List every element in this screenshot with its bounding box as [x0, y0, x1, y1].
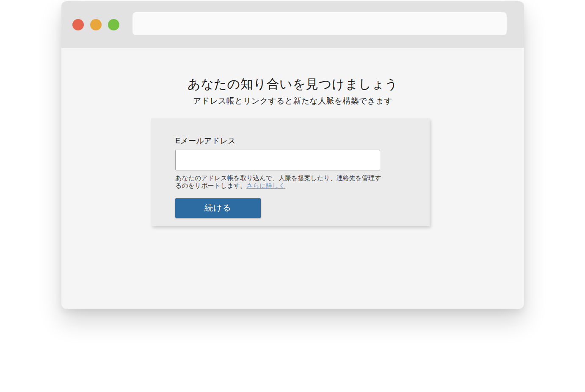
continue-button[interactable]: 続ける [175, 198, 261, 218]
address-bar[interactable] [132, 12, 507, 35]
window-titlebar [61, 1, 524, 48]
email-form-card: Eメールアドレス あなたのアドレス帳を取り込んで、人脈を提案したり、連絡先を管理… [151, 118, 430, 226]
page-title: あなたの知り合いを見つけましょう [61, 77, 524, 92]
email-help-text: あなたのアドレス帳を取り込んで、人脈を提案したり、連絡先を管理するのをサポートし… [175, 174, 383, 189]
learn-more-link[interactable]: さらに詳しく [246, 182, 285, 189]
minimize-window-button[interactable] [90, 19, 102, 30]
window-controls [72, 19, 119, 30]
page-subtitle: アドレス帳とリンクすると新たな人脈を構築できます [61, 96, 524, 107]
desktop-background: { "window": { "controls": { "close": { "… [0, 0, 585, 392]
close-window-button[interactable] [72, 19, 84, 30]
zoom-window-button[interactable] [108, 19, 119, 30]
browser-window: あなたの知り合いを見つけましょう アドレス帳とリンクすると新たな人脈を構築できま… [61, 1, 524, 309]
email-label: Eメールアドレス [175, 136, 406, 146]
page-content: あなたの知り合いを見つけましょう アドレス帳とリンクすると新たな人脈を構築できま… [61, 48, 524, 309]
email-input[interactable] [175, 150, 380, 170]
